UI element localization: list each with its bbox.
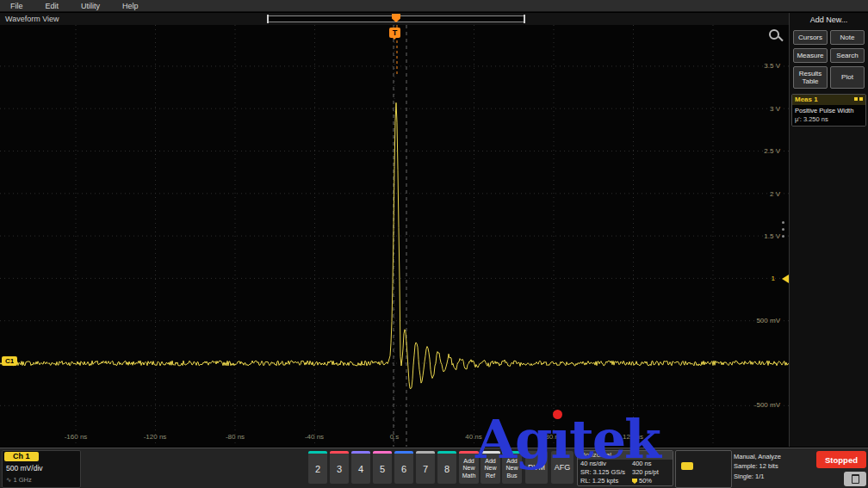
menu-bar: File Edit Utility Help: [0, 0, 868, 12]
acquisition-sample: Sample: 12 bits: [734, 461, 815, 471]
zoom-icon[interactable]: [769, 29, 779, 40]
cursors-button[interactable]: Cursors: [793, 30, 828, 45]
horizontal-position: 50%: [639, 477, 652, 485]
trigger-source-icon: [681, 462, 693, 470]
horizontal-resolution: 320 ps/pt: [632, 468, 670, 477]
horizontal-scale: 40 ns/div: [580, 460, 632, 468]
menu-edit[interactable]: Edit: [46, 2, 59, 10]
horizontal-title: Horizontal: [578, 451, 673, 460]
channel1-reference-marker[interactable]: C1: [2, 356, 17, 366]
meas1-name: Positive Pulse Width: [795, 107, 863, 115]
channel-3-button[interactable]: 3: [330, 451, 349, 484]
horizontal-position-bar[interactable]: [267, 15, 525, 22]
x-axis-label: 40 ns: [448, 433, 499, 441]
horizontal-sample-rate: SR: 3.125 GS/s: [580, 468, 632, 477]
y-axis-label: 1.5 V: [728, 232, 780, 240]
waveform-trace-canvas: [0, 25, 789, 447]
channel-8-button[interactable]: 8: [437, 451, 456, 484]
meas1-header: Meas 1: [792, 95, 865, 105]
channel-6-button[interactable]: 6: [394, 451, 413, 484]
y-axis-label: 2.5 V: [728, 147, 780, 155]
add-new-bus-button[interactable]: Add New Bus: [502, 451, 522, 484]
y-axis-label: -500 mV: [728, 401, 780, 409]
note-button[interactable]: Note: [830, 30, 865, 45]
channel-4-button[interactable]: 4: [351, 451, 370, 484]
x-axis-label: 80 ns: [528, 433, 580, 441]
meas1-value: μ': 3.250 ns: [795, 115, 863, 124]
channel1-bandwidth: ∿ 1 GHz: [6, 476, 32, 484]
results-panel: Add New... Cursors Note Measure Search R…: [789, 13, 868, 447]
menu-file[interactable]: File: [10, 2, 23, 10]
menu-help[interactable]: Help: [122, 2, 139, 10]
add-new-buttons: Add New Math Add New Ref Add New Bus: [459, 451, 522, 484]
trigger-level-arrow-icon[interactable]: [778, 275, 789, 283]
settings-bar: Ch 1 500 mV/div ∿ 1 GHz 2 3 4 5 6 7 8 Ad…: [0, 448, 868, 488]
waveform-view-header: Waveform View: [0, 13, 789, 25]
channel1-scale: 500 mV/div: [6, 464, 43, 473]
channel-5-button[interactable]: 5: [373, 451, 392, 484]
y-axis-label: 2 V: [728, 190, 780, 198]
waveform-display[interactable]: 3.5 V 3 V 2.5 V 2 V 1.5 V 1 500 mV -500 …: [0, 25, 790, 447]
acquisition-mode: Manual, Analyze: [734, 452, 815, 461]
results-table-button[interactable]: Results Table: [793, 66, 828, 89]
x-axis-label: -120 ns: [129, 433, 181, 441]
meas-source-indicator-icon: [859, 97, 863, 101]
trash-icon: [852, 474, 859, 484]
x-axis-label: -160 ns: [50, 433, 102, 441]
trigger-level-label: 1: [723, 275, 775, 282]
channel1-label: Ch 1: [4, 452, 39, 461]
trigger-position-marker[interactable]: [392, 14, 400, 22]
plot-button[interactable]: Plot: [830, 66, 865, 89]
acquisition-single: Single: 1/1: [734, 472, 815, 481]
oscilloscope-screen: File Edit Utility Help Waveform View 3.5…: [0, 0, 868, 488]
meas1-badge[interactable]: Meas 1 Positive Pulse Width μ': 3.250 ns: [791, 94, 866, 127]
acquisition-badge[interactable]: Manual, Analyze Sample: 12 bits Single: …: [734, 452, 815, 481]
trigger-flag-icon[interactable]: T: [389, 28, 400, 38]
horizontal-record-length: RL: 1.25 kpts: [580, 477, 632, 485]
menu-utility[interactable]: Utility: [81, 2, 100, 10]
channel-7-button[interactable]: 7: [416, 451, 435, 484]
run-stop-button[interactable]: Stopped: [816, 451, 866, 468]
channel1-badge[interactable]: Ch 1 500 mV/div ∿ 1 GHz: [2, 450, 81, 488]
horizontal-badge[interactable]: Horizontal 40 ns/div 400 ns SR: 3.125 GS…: [577, 450, 673, 486]
horizontal-window: 400 ns: [632, 460, 670, 468]
afg-button[interactable]: AFG: [551, 451, 574, 484]
search-button[interactable]: Search: [830, 48, 865, 63]
channel-buttons: 2 3 4 5 6 7 8: [308, 451, 456, 484]
y-axis-label: 500 mV: [728, 317, 780, 324]
x-axis-label: -40 ns: [288, 433, 340, 441]
add-new-math-button[interactable]: Add New Math: [459, 451, 479, 484]
waveform-view-label: Waveform View: [5, 15, 59, 23]
meas1-body: Positive Pulse Width μ': 3.250 ns: [792, 105, 865, 126]
add-new-ref-button[interactable]: Add New Ref: [480, 451, 500, 484]
x-axis-label: -80 ns: [209, 433, 261, 441]
channel-2-button[interactable]: 2: [308, 451, 327, 484]
measure-button[interactable]: Measure: [793, 48, 828, 63]
trigger-badge[interactable]: [675, 450, 732, 488]
panel-drag-handle[interactable]: [782, 221, 784, 238]
horizontal-position-icon: [632, 479, 637, 484]
x-axis-label: 120 ns: [607, 433, 659, 441]
y-axis-label: 3.5 V: [728, 62, 780, 70]
add-new-label: Add New...: [790, 13, 868, 28]
x-axis-label: 0 s: [369, 433, 420, 441]
dvm-button[interactable]: DVM: [525, 451, 548, 484]
y-axis-label: 3 V: [728, 105, 780, 113]
meas-source-indicator-icon: [854, 97, 858, 101]
trash-bin-button[interactable]: [844, 472, 866, 486]
